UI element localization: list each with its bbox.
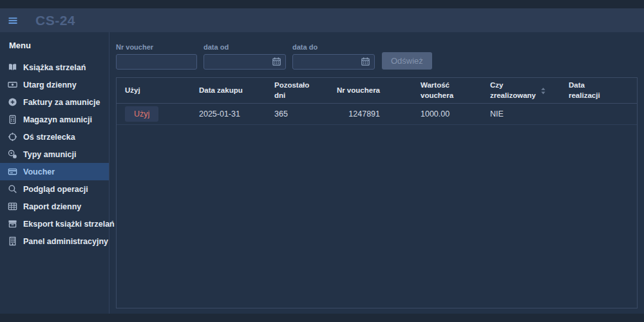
column-header-nr-vouchera: Nr vouchera: [323, 78, 412, 104]
sidebar-item-label: Magazyn amunicji: [23, 115, 92, 124]
column-header-czy-zrealizowany[interactable]: Czy zrealizowany: [482, 78, 560, 104]
cell-voucher-value: 1000.00: [412, 104, 482, 125]
topbar: CS-24: [0, 8, 644, 32]
sidebar-item-voucher[interactable]: Voucher: [0, 163, 109, 180]
column-header-uzyj: Użyj: [117, 78, 191, 104]
voucher-number-label: Nr voucher: [116, 43, 197, 51]
use-voucher-button[interactable]: Użyj: [125, 106, 158, 122]
voucher-card-icon: [8, 167, 17, 176]
window-bottom-strip: [0, 314, 644, 322]
sidebar-item-label: Eksport książki strzelań: [23, 220, 115, 229]
sidebar-item-panel-administracyjny[interactable]: Panel administracyjny: [0, 232, 109, 250]
sidebar-item-label: Podgląd operacji: [23, 185, 88, 194]
sidebar-item-raport-dzienny[interactable]: Raport dzienny: [0, 198, 109, 215]
hamburger-menu-icon[interactable]: [8, 15, 18, 26]
cell-redeemed: NIE: [482, 104, 560, 125]
cell-action: Użyj: [117, 104, 191, 125]
table-row: Użyj 2025-01-31 365 1247891 1000.00 NIE: [117, 104, 637, 125]
sidebar-item-label: Typy amunicji: [23, 150, 76, 159]
sidebar-item-label: Książka strzelań: [23, 63, 86, 72]
window-top-strip: [0, 0, 644, 8]
sidebar-item-faktury-za-amunicje[interactable]: Faktury za amunicje: [0, 93, 109, 111]
main-content: Nr voucher data od data do: [109, 32, 644, 314]
sidebar-item-magazyn-amunicji[interactable]: Magazyn amunicji: [0, 111, 109, 128]
sidebar-menu: Książka strzelań Utarg dzienny Faktury z…: [0, 59, 109, 250]
cell-realization-date: [560, 104, 637, 125]
date-to-input[interactable]: [292, 54, 375, 70]
column-header-wartosc-vouchera: Wartość vouchera: [412, 78, 482, 104]
cell-purchase-date: 2025-01-31: [191, 104, 266, 125]
cell-voucher-number: 1247891: [323, 104, 412, 125]
voucher-number-field: Nr voucher: [116, 43, 197, 70]
export-archive-icon: [8, 219, 17, 229]
app-title: CS-24: [35, 13, 75, 28]
column-header-pozostalo-dni: Pozostało dni: [266, 78, 323, 104]
report-grid-icon: [8, 202, 17, 211]
sidebar-item-label: Voucher: [23, 167, 55, 176]
building-icon: [8, 236, 17, 246]
sidebar-item-utarg-dzienny[interactable]: Utarg dzienny: [0, 76, 109, 93]
sidebar-item-label: Raport dzienny: [23, 202, 81, 211]
cell-days-left: 365: [266, 104, 323, 125]
sidebar-item-podglad-operacji[interactable]: Podgląd operacji: [0, 180, 109, 198]
book-icon: [8, 62, 17, 72]
date-from-field: data od: [204, 43, 286, 70]
sidebar: Menu Książka strzelań Utarg dzienny Fakt…: [0, 32, 109, 314]
crosshair-icon: [8, 132, 17, 142]
table-header-row: Użyj Data zakupu Pozostało dni Nr vouche…: [117, 78, 637, 104]
plus-circle-icon: [8, 97, 17, 107]
sidebar-item-label: Utarg dzienny: [23, 80, 77, 90]
banknote-icon: [8, 80, 17, 90]
search-icon: [8, 184, 17, 194]
date-to-field: data do: [292, 43, 375, 70]
voucher-number-input[interactable]: [116, 54, 197, 70]
date-to-label: data do: [292, 43, 375, 51]
sidebar-item-eksport-ksiazki-strzelan[interactable]: Eksport książki strzelań: [0, 215, 109, 232]
calculator-icon: [8, 115, 17, 124]
sidebar-item-ksiazka-strzelan[interactable]: Książka strzelań: [0, 59, 109, 76]
sidebar-item-os-strzelecka[interactable]: Oś strzelecka: [0, 128, 109, 146]
sidebar-item-label: Faktury za amunicje: [23, 98, 100, 107]
sidebar-item-label: Oś strzelecka: [23, 133, 75, 142]
column-header-data-realizacji: Data realizacji: [560, 78, 637, 104]
column-header-data-zakupu: Data zakupu: [191, 78, 266, 104]
ammo-types-icon: [8, 149, 17, 159]
date-from-input[interactable]: [204, 54, 286, 70]
voucher-table: Użyj Data zakupu Pozostało dni Nr vouche…: [117, 78, 637, 125]
sort-icon[interactable]: [540, 86, 546, 95]
sidebar-item-label: Panel administracyjny: [23, 237, 108, 246]
voucher-table-container: Użyj Data zakupu Pozostało dni Nr vouche…: [116, 77, 638, 308]
date-from-label: data od: [204, 43, 286, 51]
refresh-button[interactable]: Odśwież: [382, 52, 432, 70]
sidebar-heading: Menu: [0, 41, 109, 50]
sidebar-item-typy-amunicji[interactable]: Typy amunicji: [0, 146, 109, 163]
filter-bar: Nr voucher data od data do: [116, 43, 638, 70]
